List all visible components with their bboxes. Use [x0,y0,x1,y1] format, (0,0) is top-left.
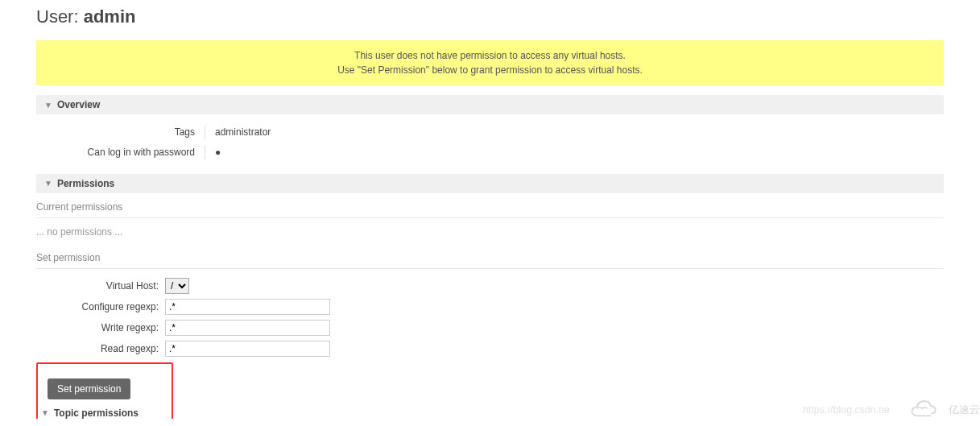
set-permission-form: Virtual Host: / Configure regexp: Write … [36,269,944,359]
page-title-username: admin [84,6,136,27]
chevron-down-icon: ▼ [41,408,49,417]
vhost-label: Virtual Host: [36,280,165,292]
overview-login-value: ● [205,146,221,159]
overview-row-login: Can log in with password ● [36,143,944,163]
permissions-header-label: Permissions [57,178,114,189]
watermark: https://blog.csdn.ne 亿速云 [803,399,980,419]
no-permissions-text: ... no permissions ... [36,218,944,244]
watermark-brand: 亿速云 [949,403,980,417]
overview-table: Tags administrator Can log in with passw… [36,122,944,163]
read-label: Read regexp: [36,343,165,354]
warning-line-1: This user does not have permission to ac… [36,48,944,63]
warning-line-2: Use "Set Permission" below to grant perm… [36,63,944,77]
page-title-prefix: User: [36,6,84,27]
set-permission-button[interactable]: Set permission [48,378,130,399]
overview-login-label: Can log in with password [36,146,205,159]
set-permission-subhead: Set permission [36,247,944,269]
vhost-select[interactable]: / [165,278,189,294]
topic-permissions-header-label: Topic permissions [54,407,139,419]
configure-input[interactable] [165,299,330,315]
form-row-configure: Configure regexp: [36,296,944,317]
overview-header-label: Overview [57,99,100,110]
current-permissions-subhead: Current permissions [36,196,944,218]
cloud-icon [898,399,942,419]
write-input[interactable] [165,320,330,336]
form-row-read: Read regexp: [36,338,944,359]
form-row-vhost: Virtual Host: / [36,275,944,296]
form-row-write: Write regexp: [36,317,944,338]
chevron-down-icon: ▼ [44,101,52,110]
warning-banner: This user does not have permission to ac… [36,40,944,85]
overview-tags-value: administrator [205,126,271,139]
watermark-url: https://blog.csdn.ne [803,404,890,416]
chevron-down-icon: ▼ [44,179,52,188]
read-input[interactable] [165,341,330,357]
overview-tags-label: Tags [36,126,205,139]
page-title: User: admin [36,6,944,27]
permissions-section-header[interactable]: ▼ Permissions [36,174,944,193]
overview-row-tags: Tags administrator [36,122,944,143]
write-label: Write regexp: [36,322,165,333]
configure-label: Configure regexp: [36,301,165,312]
overview-section-header[interactable]: ▼ Overview [36,95,944,114]
